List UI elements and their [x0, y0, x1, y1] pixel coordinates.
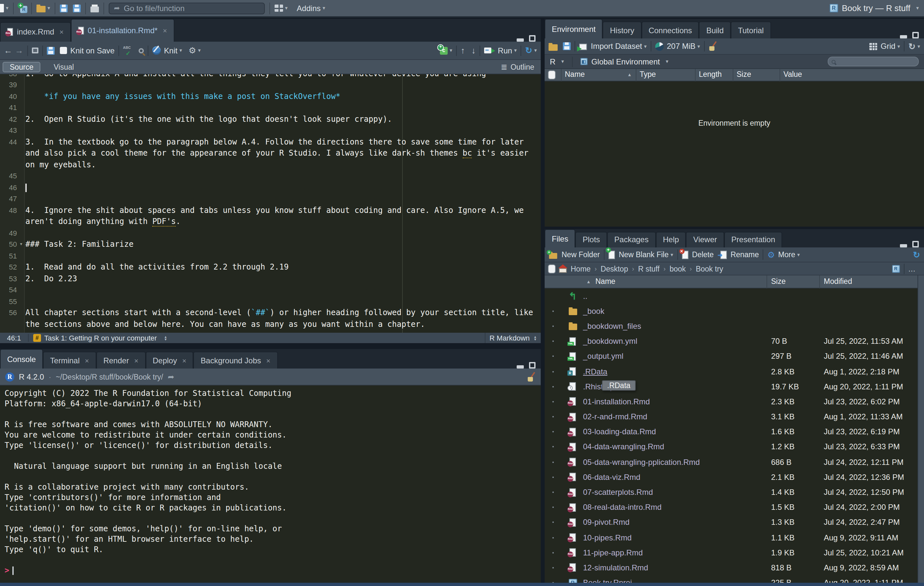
spellcheck-icon[interactable]	[123, 46, 134, 55]
knit-on-save-label[interactable]: Knit on Save	[70, 46, 114, 55]
save-icon[interactable]	[60, 4, 68, 12]
close-tab-icon[interactable]: ×	[163, 27, 167, 35]
file-name[interactable]: 03-loading-data.Rmd	[583, 427, 656, 437]
editor-line[interactable]: 443. In the textbook go to the paragraph…	[0, 136, 541, 147]
env-maximize-icon[interactable]	[912, 31, 919, 38]
tab-files[interactable]: Files	[544, 229, 576, 247]
file-row[interactable]: Rmd06-data-viz.Rmd2.1 KBJul 24, 2022, 12…	[544, 470, 917, 485]
file-name[interactable]: 02-r-and-rmd.Rmd	[583, 412, 647, 421]
env-col-type[interactable]: Type	[640, 70, 656, 78]
new-project-icon[interactable]	[18, 4, 27, 12]
rerun-icon[interactable]: ↻	[525, 46, 532, 55]
new-file-caret-icon[interactable]: ▾	[6, 5, 8, 11]
knit-caret-icon[interactable]: ▾	[179, 48, 182, 53]
editor-line[interactable]: aren't doing anything with PDF's.	[0, 216, 541, 227]
editor-line[interactable]: 532. Do 2.23	[0, 273, 541, 284]
console-tab-terminal[interactable]: Terminal×	[43, 352, 96, 369]
clear-environment-broom-icon[interactable]	[709, 42, 717, 51]
breadcrumb-item[interactable]: Book try	[696, 265, 723, 273]
editor-line[interactable]: the sections above and below here. You c…	[0, 318, 541, 330]
run-next-icon[interactable]: ↓	[472, 46, 476, 55]
editor-line[interactable]: 56All chapter sections start with a seco…	[0, 307, 541, 318]
editor-line[interactable]: and also pick a cool theme for the appea…	[0, 147, 541, 159]
close-tab-icon[interactable]: ×	[85, 356, 89, 364]
breadcrumb-item[interactable]: R stuff	[638, 265, 660, 273]
run-icon[interactable]	[484, 48, 491, 53]
fold-icon[interactable]: ▾	[17, 242, 25, 247]
env-col-length[interactable]: Length	[699, 70, 722, 78]
file-name[interactable]: 08-real-data-intro.Rmd	[583, 503, 662, 512]
addins-caret-icon[interactable]: ▾	[323, 5, 325, 11]
rerun-caret-icon[interactable]: ▾	[534, 48, 537, 53]
file-row[interactable]: Rmd08-real-data-intro.Rmd1.5 KBJul 24, 2…	[544, 500, 917, 515]
breadcrumb-item[interactable]: Desktop	[601, 265, 628, 273]
new-blank-file-button[interactable]: New Blank File	[619, 251, 668, 258]
knit-button[interactable]: Knit	[164, 46, 177, 55]
env-col-name[interactable]: Name	[565, 70, 585, 78]
language-selector[interactable]: R	[550, 57, 555, 66]
sort-icon[interactable]: ▲	[627, 72, 632, 77]
env-minimize-icon[interactable]	[900, 35, 907, 38]
new-folder-button[interactable]: New Folder	[561, 251, 600, 258]
editor-settings-caret-icon[interactable]: ▾	[198, 48, 201, 53]
file-row[interactable]: R.RData2.8 KBAug 1, 2022, 2:18 PM	[544, 364, 917, 379]
editor-line[interactable]: 50▾### Task 2: Familiarize	[0, 238, 541, 250]
more-gear-icon[interactable]: ⚙	[767, 250, 775, 259]
tab-tutorial[interactable]: Tutorial	[731, 22, 771, 38]
editor-tab-01-installation-rmd-[interactable]: Rmd01-installation.Rmd*×	[71, 19, 174, 42]
delete-button[interactable]: Delete	[692, 251, 714, 258]
file-name[interactable]: _bookdown.yml	[583, 337, 637, 346]
grid-view-icon[interactable]	[870, 43, 878, 50]
tab-history[interactable]: History	[603, 22, 642, 38]
file-name[interactable]: 07-scatterplots.Rmd	[583, 488, 653, 497]
close-tab-icon[interactable]: ×	[266, 356, 271, 364]
file-row[interactable]: Rmd03-loading-data.Rmd1.6 KBJul 23, 2022…	[544, 424, 917, 439]
forward-icon[interactable]: →	[15, 46, 23, 55]
file-name[interactable]: _book	[583, 307, 604, 316]
tab-viewer[interactable]: Viewer	[686, 232, 724, 247]
tab-presentation[interactable]: Presentation	[724, 232, 782, 247]
file-row[interactable]: Rmd07-scatterplots.Rmd1.4 KBJul 24, 2022…	[544, 485, 917, 500]
delete-icon[interactable]: ✕	[681, 250, 688, 259]
r-version[interactable]: R 4.2.0	[19, 372, 44, 381]
editor-save-icon[interactable]	[47, 46, 54, 55]
editor-line[interactable]: 46	[0, 182, 541, 193]
open-directory-icon[interactable]: ➦	[168, 372, 174, 381]
file-name[interactable]: _output.yml	[583, 352, 624, 361]
run-button[interactable]: Run	[498, 46, 512, 55]
file-name[interactable]: 05-data-wrangling-pplication.Rmd	[583, 457, 700, 467]
file-row[interactable]: ↰..	[544, 288, 917, 303]
pane-layout-icon[interactable]	[275, 5, 283, 12]
files-col-modified[interactable]: Modified	[824, 277, 852, 285]
files-scrollbar[interactable]	[917, 275, 924, 583]
editor-line[interactable]: 40 *if you have any issues with this mak…	[0, 91, 541, 102]
console-maximize-icon[interactable]	[529, 362, 536, 368]
open-file-icon[interactable]	[36, 6, 46, 12]
close-tab-icon[interactable]: ×	[134, 356, 138, 364]
file-row[interactable]: _book	[544, 303, 917, 318]
editor-line[interactable]: 55	[0, 296, 541, 307]
file-name[interactable]: 12-simulation.Rmd	[583, 563, 648, 572]
file-row[interactable]: Rmd05-data-wrangling-pplication.Rmd686 B…	[544, 454, 917, 469]
cursor-position[interactable]: 46:1	[0, 334, 29, 342]
editor-line[interactable]: 49	[0, 227, 541, 238]
close-tab-icon[interactable]: ×	[59, 28, 64, 36]
env-col-value[interactable]: Value	[784, 70, 802, 78]
popout-icon[interactable]	[32, 48, 38, 53]
env-refresh-caret-icon[interactable]: ▾	[917, 43, 920, 49]
rename-icon[interactable]: ➜	[720, 250, 727, 259]
outline-button[interactable]: ≣ Outline	[501, 62, 538, 71]
files-refresh-icon[interactable]: ↻	[913, 250, 920, 260]
minimize-pane-icon[interactable]	[516, 38, 524, 42]
console-tab-background-jobs[interactable]: Background Jobs×	[193, 352, 277, 369]
grid-caret-icon[interactable]: ▾	[897, 43, 900, 49]
env-open-icon[interactable]	[549, 44, 558, 50]
file-row[interactable]: YML_bookdown.yml70 BJul 25, 2022, 11:53 …	[544, 334, 917, 349]
open-file-caret-icon[interactable]: ▾	[48, 5, 50, 11]
file-name[interactable]: 01-installation.Rmd	[583, 397, 650, 406]
console-output[interactable]: Copyright (C) 2022 The R Foundation for …	[0, 386, 541, 583]
env-col-size[interactable]: Size	[737, 70, 751, 78]
file-row[interactable]: Rmd10-pipes.Rmd1.1 KBAug 9, 2022, 9:11 A…	[544, 530, 917, 545]
back-icon[interactable]: ←	[4, 46, 12, 55]
file-name[interactable]: ..	[583, 291, 587, 300]
